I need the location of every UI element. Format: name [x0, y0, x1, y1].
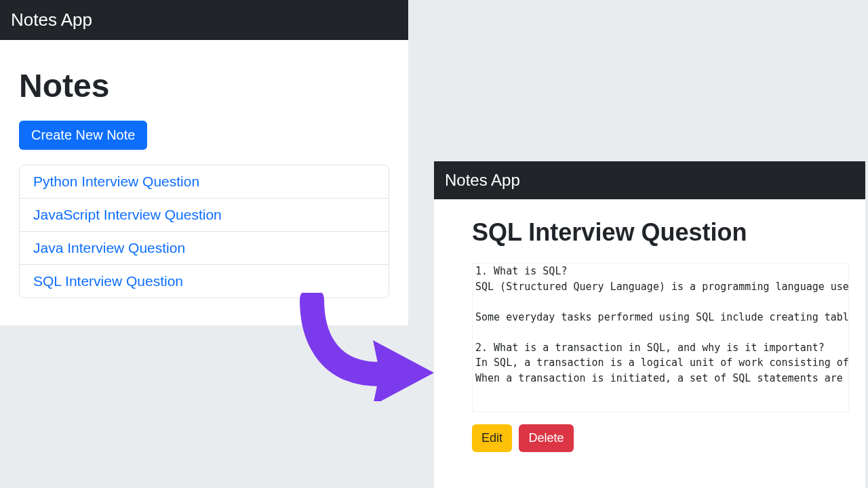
navbar: Notes App: [434, 161, 865, 199]
notes-list-window: Notes App Notes Create New Note Python I…: [0, 0, 408, 325]
list-item[interactable]: Python Interview Question: [20, 165, 389, 199]
create-note-button[interactable]: Create New Note: [19, 121, 147, 150]
brand: Notes App: [11, 9, 92, 30]
delete-button[interactable]: Delete: [519, 424, 573, 452]
svg-marker-0: [373, 340, 434, 401]
list-item[interactable]: Java Interview Question: [20, 232, 389, 265]
notes-list: Python Interview Question JavaScript Int…: [19, 165, 389, 298]
navbar: Notes App: [0, 0, 408, 40]
edit-button[interactable]: Edit: [472, 424, 512, 452]
note-title: SQL Interview Question: [472, 218, 849, 247]
note-detail-content: SQL Interview Question 1. What is SQL? S…: [434, 199, 865, 468]
list-item[interactable]: JavaScript Interview Question: [20, 199, 389, 232]
note-actions: Edit Delete: [472, 424, 849, 452]
note-detail-window: Notes App SQL Interview Question 1. What…: [434, 161, 865, 488]
note-body: 1. What is SQL? SQL (Structured Query La…: [473, 264, 849, 386]
brand: Notes App: [445, 171, 520, 189]
notes-list-content: Notes Create New Note Python Interview Q…: [0, 40, 408, 314]
page-title: Notes: [19, 67, 389, 104]
list-item[interactable]: SQL Interview Question: [20, 265, 389, 298]
note-body-scroll[interactable]: 1. What is SQL? SQL (Structured Query La…: [472, 263, 849, 412]
